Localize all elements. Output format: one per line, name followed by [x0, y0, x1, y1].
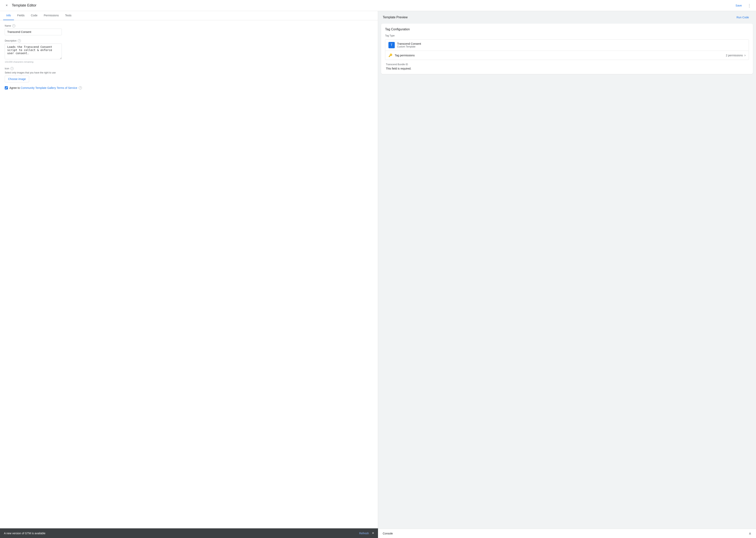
icon-group: Icon ? Select only images that you have … — [5, 67, 373, 82]
agree-text: Agree to Community Template Gallery Term… — [10, 86, 77, 89]
tag-item: T Transcend Consent Custom Template 🔑 Ta… — [385, 39, 749, 60]
tab-fields[interactable]: Fields — [14, 11, 27, 20]
tag-config-title: Tag Configuration — [385, 27, 749, 31]
header: × Template Editor Save ⋮ — [0, 0, 756, 11]
description-group: Description ? 131/200 characters remaini… — [5, 39, 373, 63]
tag-subtitle: Custom Template — [397, 45, 745, 48]
icon-label: Icon ? — [5, 67, 373, 70]
choose-image-button[interactable]: Choose image — [5, 76, 29, 82]
bundle-id-required: This field is required. — [386, 67, 748, 70]
toast-message: A new version of GTM is available — [4, 532, 45, 535]
chevron-right-icon: › — [744, 53, 745, 57]
tab-info[interactable]: Info — [3, 11, 14, 20]
tab-tests[interactable]: Tests — [62, 11, 74, 20]
agree-help-icon[interactable]: ? — [79, 86, 82, 89]
icon-hint: Select only images that you have the rig… — [5, 71, 373, 74]
char-count: 131/200 characters remaining — [5, 61, 373, 63]
agree-checkbox[interactable] — [5, 86, 8, 89]
more-options-button[interactable]: ⋮ — [746, 2, 753, 9]
run-code-button[interactable]: Run Code — [734, 14, 751, 21]
name-label: Name ? — [5, 24, 373, 27]
header-title: Template Editor — [12, 3, 733, 8]
preview-header: Template Preview Run Code — [378, 11, 756, 24]
tag-name: Transcend Consent — [397, 42, 745, 45]
console-title: Console — [383, 532, 393, 535]
permissions-count: 2 permissions — [726, 54, 743, 57]
icon-help-icon[interactable]: ? — [11, 67, 14, 70]
name-help-icon[interactable]: ? — [12, 24, 15, 27]
preview-content: Tag Configuration Tag Type T Transcend C… — [378, 24, 756, 529]
toast-notification: A new version of GTM is available Refres… — [0, 528, 378, 538]
main-container: Info Fields Code Permissions Tests Name … — [0, 11, 756, 538]
toast-actions: Refresh × — [359, 531, 374, 535]
left-content: Name ? Description ? 131/200 characters … — [0, 20, 378, 538]
tag-info: Transcend Consent Custom Template — [397, 42, 745, 48]
console-chevron-up-icon: ∧ — [749, 531, 751, 536]
agree-row: Agree to Community Template Gallery Term… — [5, 86, 373, 89]
tag-config-card: Tag Configuration Tag Type T Transcend C… — [381, 24, 753, 74]
tag-icon-box: T — [389, 42, 395, 48]
description-label: Description ? — [5, 39, 373, 42]
permissions-label: Tag permissions — [395, 54, 726, 57]
tag-row: T Transcend Consent Custom Template — [385, 40, 749, 51]
toast-close-button[interactable]: × — [372, 531, 374, 535]
description-help-icon[interactable]: ? — [18, 39, 21, 42]
tabs-bar: Info Fields Code Permissions Tests — [0, 11, 378, 20]
tab-code[interactable]: Code — [28, 11, 41, 20]
tab-permissions[interactable]: Permissions — [41, 11, 62, 20]
left-panel: Info Fields Code Permissions Tests Name … — [0, 11, 378, 538]
permissions-row[interactable]: 🔑 Tag permissions 2 permissions › — [385, 51, 749, 60]
tag-type-label: Tag Type — [385, 34, 749, 37]
console-bar[interactable]: Console ∧ — [378, 529, 756, 538]
bundle-section: Transcend Bundle ID This field is requir… — [385, 63, 749, 70]
description-input[interactable] — [5, 43, 62, 59]
name-input[interactable] — [5, 28, 62, 35]
header-actions: Save ⋮ — [733, 2, 753, 9]
key-icon: 🔑 — [389, 53, 392, 57]
name-group: Name ? — [5, 24, 373, 35]
tos-link[interactable]: Community Template Gallery Terms of Serv… — [21, 86, 77, 89]
right-panel: Template Preview Run Code Tag Configurat… — [378, 11, 756, 538]
bundle-id-label: Transcend Bundle ID — [386, 63, 748, 66]
save-button[interactable]: Save — [733, 2, 744, 9]
close-button[interactable]: × — [3, 2, 10, 9]
toast-refresh-button[interactable]: Refresh — [359, 532, 369, 535]
preview-title: Template Preview — [383, 16, 407, 19]
